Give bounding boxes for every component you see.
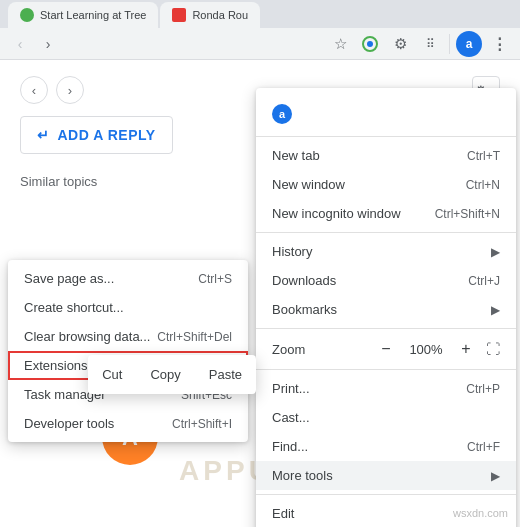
edit-copy-button[interactable]: Copy: [136, 359, 194, 390]
menu-bookmarks-label: Bookmarks: [272, 302, 337, 317]
menu-find[interactable]: Find... Ctrl+F: [256, 432, 516, 461]
page-content: ‹ › ⚙ ▾ ↵ ADD A REPLY Similar topics APP…: [0, 60, 520, 527]
menu-downloads[interactable]: Downloads Ctrl+J: [256, 266, 516, 295]
menu-new-incognito-label: New incognito window: [272, 206, 401, 221]
ctx-dev-tools[interactable]: Developer tools Ctrl+Shift+I: [8, 409, 248, 438]
edit-submenu: Cut Copy Paste: [88, 355, 256, 394]
menu-bookmarks[interactable]: Bookmarks ▶: [256, 295, 516, 324]
browser-chrome: Start Learning at Tree Ronda Rou ‹ › ☆ ⚙…: [0, 0, 520, 60]
chrome-menu-section3: Print... Ctrl+P Cast... Find... Ctrl+F M…: [256, 370, 516, 495]
menu-print-shortcut: Ctrl+P: [466, 382, 500, 396]
menu-downloads-label: Downloads: [272, 273, 336, 288]
chrome-menu-section1: New tab Ctrl+T New window Ctrl+N New inc…: [256, 137, 516, 233]
menu-history-arrow: ▶: [491, 245, 500, 259]
back-button[interactable]: ‹: [8, 32, 32, 56]
browser-toolbar: ‹ › ☆ ⚙ ⠿ a ⋮: [0, 28, 520, 60]
tab-2-label: Ronda Rou: [192, 9, 248, 21]
menu-new-tab-shortcut: Ctrl+T: [467, 149, 500, 163]
menu-new-tab[interactable]: New tab Ctrl+T: [256, 141, 516, 170]
chrome-menu: a New tab Ctrl+T New window Ctrl+N New i…: [256, 88, 516, 527]
tab-bar: Start Learning at Tree Ronda Rou: [0, 0, 520, 28]
menu-bookmarks-arrow: ▶: [491, 303, 500, 317]
menu-zoom-label: Zoom: [272, 342, 366, 357]
menu-new-window[interactable]: New window Ctrl+N: [256, 170, 516, 199]
chrome-menu-section2: History ▶ Downloads Ctrl+J Bookmarks ▶: [256, 233, 516, 329]
tab-1-favicon: [20, 8, 34, 22]
chrome-menu-header: a: [256, 96, 516, 132]
ctx-clear-browsing-label: Clear browsing data...: [24, 329, 150, 344]
menu-print-label: Print...: [272, 381, 310, 396]
page-forward-button[interactable]: ›: [56, 76, 84, 104]
menu-cast[interactable]: Cast...: [256, 403, 516, 432]
ctx-extensions-label: Extensions: [24, 358, 88, 373]
menu-more-tools-arrow: ▶: [491, 469, 500, 483]
chrome-logo-icon[interactable]: [357, 31, 383, 57]
zoom-plus-button[interactable]: +: [454, 337, 478, 361]
menu-find-shortcut: Ctrl+F: [467, 440, 500, 454]
ctx-clear-browsing-shortcut: Ctrl+Shift+Del: [157, 330, 232, 344]
menu-edit-label: Edit: [272, 506, 294, 521]
menu-zoom-row: Zoom − 100% + ⛶: [256, 333, 516, 365]
svg-point-1: [367, 41, 373, 47]
menu-new-tab-label: New tab: [272, 148, 320, 163]
ctx-save-page-shortcut: Ctrl+S: [198, 272, 232, 286]
menu-print[interactable]: Print... Ctrl+P: [256, 374, 516, 403]
menu-cast-label: Cast...: [272, 410, 310, 425]
add-reply-arrow-icon: ↵: [37, 127, 50, 143]
menu-history-label: History: [272, 244, 312, 259]
bookmark-star-icon[interactable]: ☆: [327, 31, 353, 57]
context-menu-left: Save page as... Ctrl+S Create shortcut..…: [8, 260, 248, 442]
ctx-dev-tools-shortcut: Ctrl+Shift+I: [172, 417, 232, 431]
menu-new-incognito-shortcut: Ctrl+Shift+N: [435, 207, 500, 221]
forward-button[interactable]: ›: [36, 32, 60, 56]
ctx-clear-browsing[interactable]: Clear browsing data... Ctrl+Shift+Del: [8, 322, 248, 351]
menu-history[interactable]: History ▶: [256, 237, 516, 266]
add-reply-button[interactable]: ↵ ADD A REPLY: [20, 116, 173, 154]
zoom-minus-button[interactable]: −: [374, 337, 398, 361]
settings-icon[interactable]: ⚙: [387, 31, 413, 57]
chrome-menu-section-zoom: Zoom − 100% + ⛶: [256, 329, 516, 370]
profile-avatar[interactable]: a: [456, 31, 482, 57]
tab-1-label: Start Learning at Tree: [40, 9, 146, 21]
edit-paste-button[interactable]: Paste: [195, 359, 256, 390]
zoom-percentage: 100%: [406, 342, 446, 357]
ctx-dev-tools-label: Developer tools: [24, 416, 114, 431]
menu-downloads-shortcut: Ctrl+J: [468, 274, 500, 288]
tab-1[interactable]: Start Learning at Tree: [8, 2, 158, 28]
ctx-save-page[interactable]: Save page as... Ctrl+S: [8, 264, 248, 293]
add-reply-label: ADD A REPLY: [58, 127, 156, 143]
chrome-menu-section4: Edit Settings Help ▶: [256, 495, 516, 527]
menu-find-label: Find...: [272, 439, 308, 454]
menu-new-window-shortcut: Ctrl+N: [466, 178, 500, 192]
tab-2-favicon: [172, 8, 186, 22]
menu-icon[interactable]: ⋮: [486, 31, 512, 57]
zoom-controls: − 100% + ⛶: [374, 337, 500, 361]
zoom-expand-button[interactable]: ⛶: [486, 341, 500, 357]
toolbar-divider: [449, 34, 450, 54]
page-back-button[interactable]: ‹: [20, 76, 48, 104]
menu-more-tools[interactable]: More tools ▶: [256, 461, 516, 490]
tab-2[interactable]: Ronda Rou: [160, 2, 260, 28]
ctx-create-shortcut[interactable]: Create shortcut...: [8, 293, 248, 322]
chrome-menu-profile-icon: a: [272, 104, 292, 124]
menu-new-incognito[interactable]: New incognito window Ctrl+Shift+N: [256, 199, 516, 228]
ctx-save-page-label: Save page as...: [24, 271, 114, 286]
apps-icon[interactable]: ⠿: [417, 31, 443, 57]
menu-more-tools-label: More tools: [272, 468, 333, 483]
menu-new-window-label: New window: [272, 177, 345, 192]
menu-edit[interactable]: Edit: [256, 499, 516, 527]
ctx-create-shortcut-label: Create shortcut...: [24, 300, 124, 315]
toolbar-icons: ☆ ⚙ ⠿ a ⋮: [327, 31, 512, 57]
edit-cut-button[interactable]: Cut: [88, 359, 136, 390]
chrome-menu-header-section: a: [256, 92, 516, 137]
